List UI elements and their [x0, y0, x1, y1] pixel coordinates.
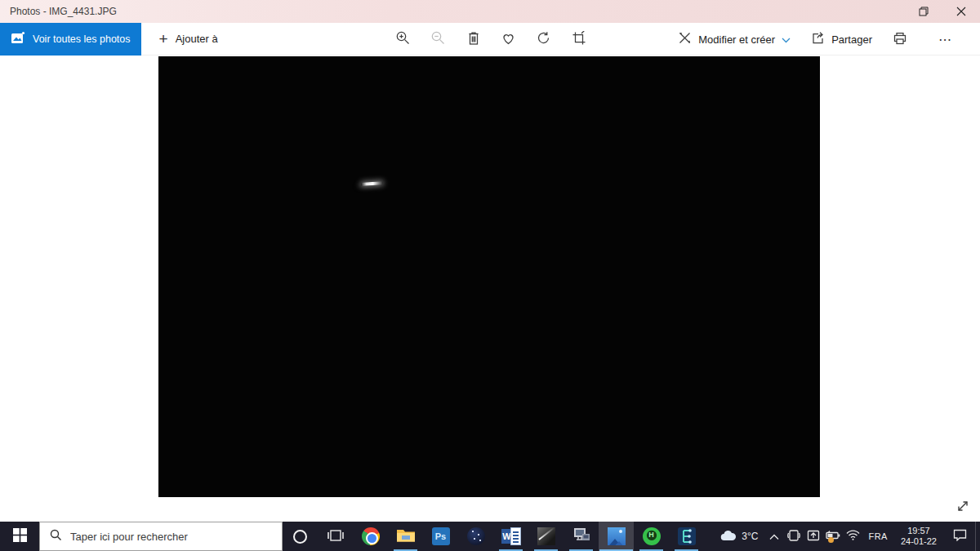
taskbar-item-comet-image[interactable] [528, 522, 564, 551]
photo-viewer-area [0, 56, 980, 522]
window-title: Photos - IMG_4431.JPG [0, 6, 117, 17]
crop-icon [572, 31, 586, 48]
file-explorer-icon [396, 527, 416, 546]
favorite-button[interactable] [491, 23, 526, 56]
photo-collection-icon [11, 31, 25, 47]
more-options-button[interactable]: ⋯ [917, 23, 973, 56]
start-button[interactable] [0, 522, 39, 551]
toolbar-right: Modifier et créer Partager ⋯ [668, 23, 973, 56]
delete-button[interactable] [456, 23, 491, 56]
pc-monitor-icon [572, 527, 591, 547]
photos-app-window: Photos - IMG_4431.JPG Voir toutes les ph… [0, 0, 980, 551]
share-icon [810, 31, 825, 47]
chevron-up-icon [769, 531, 779, 543]
rotate-icon [536, 30, 551, 48]
photoshop-icon: Ps [432, 527, 450, 545]
night-sky-app-icon [467, 527, 485, 545]
show-desktop-button[interactable] [975, 522, 980, 551]
wifi-icon [846, 530, 860, 543]
taskbar-item-night-sky-app[interactable] [458, 522, 493, 551]
sync-icon [807, 529, 820, 544]
taskbar-item-pc-monitor[interactable] [564, 522, 599, 551]
edit-create-button[interactable]: Modifier et créer [668, 23, 800, 56]
rotate-button[interactable] [526, 23, 561, 56]
zoom-out-button [421, 23, 456, 56]
tray-sync[interactable] [804, 522, 823, 551]
weather-widget[interactable]: 3°C [714, 522, 764, 551]
window-controls [905, 0, 980, 23]
video-editor-icon [678, 527, 696, 545]
photos-app-icon [608, 527, 626, 545]
photo-canvas[interactable] [158, 56, 820, 497]
task-view-icon [327, 529, 344, 544]
language-indicator[interactable]: FRA [862, 522, 893, 551]
rotation-lock-icon [787, 529, 800, 544]
taskbar-search[interactable] [39, 522, 283, 551]
print-icon [893, 31, 907, 48]
toolbar-center-icons [385, 23, 596, 56]
taskbar-item-cortana[interactable] [283, 522, 318, 551]
taskbar-item-file-explorer[interactable] [388, 522, 423, 551]
taskbar-clock[interactable]: 19:57 24-01-22 [893, 522, 944, 551]
word-icon: W [501, 527, 521, 545]
plus-icon: + [159, 31, 168, 47]
taskbar-item-video-editor[interactable] [669, 522, 704, 551]
delete-icon [466, 30, 481, 48]
action-center-button[interactable] [944, 522, 975, 551]
taskbar-item-green-player[interactable] [634, 522, 669, 551]
chevron-down-icon [782, 33, 791, 46]
taskbar-item-word[interactable]: W [493, 522, 528, 551]
crop-button[interactable] [561, 23, 596, 56]
titlebar: Photos - IMG_4431.JPG [0, 0, 980, 23]
search-input[interactable] [70, 531, 282, 543]
favorite-icon [501, 31, 516, 48]
view-all-photos-button[interactable]: Voir toutes les photos [0, 23, 141, 56]
tray-overflow-button[interactable] [764, 522, 784, 551]
zoom-in-button[interactable] [385, 23, 421, 56]
close-icon [956, 7, 966, 16]
taskbar-item-photoshop[interactable]: Ps [423, 522, 458, 551]
temperature-label: 3°C [742, 531, 758, 542]
add-to-label: Ajouter à [176, 33, 218, 45]
chrome-icon [362, 527, 380, 545]
tray-wifi[interactable] [843, 522, 862, 551]
comet-image-icon [537, 527, 555, 545]
start-icon [13, 528, 27, 544]
close-button[interactable] [942, 0, 980, 23]
edit-create-icon [678, 31, 692, 47]
action-center-icon [953, 529, 967, 544]
restore-icon [919, 7, 929, 16]
zoom-in-icon [395, 30, 411, 48]
system-tray: 3°C [714, 522, 980, 551]
add-to-button[interactable]: + Ajouter à [151, 23, 226, 56]
weather-cloud-icon [720, 530, 737, 544]
share-label: Partager [831, 33, 872, 46]
search-icon [50, 529, 62, 544]
cortana-icon [293, 530, 307, 544]
edit-create-label: Modifier et créer [698, 33, 775, 46]
share-button[interactable]: Partager [800, 23, 882, 56]
taskbar-item-chrome[interactable] [353, 522, 388, 551]
sync-badge [828, 537, 834, 543]
toolbar: Voir toutes les photos + Ajouter à [0, 23, 980, 56]
view-all-photos-label: Voir toutes les photos [33, 33, 131, 45]
taskbar-item-task-view[interactable] [318, 522, 353, 551]
clock-date: 24-01-22 [901, 536, 937, 547]
fullscreen-icon [956, 499, 970, 516]
fullscreen-button[interactable] [951, 495, 975, 519]
clock-time: 19:57 [907, 526, 930, 536]
taskbar: Ps W [0, 522, 980, 551]
more-icon: ⋯ [927, 32, 964, 47]
print-button[interactable] [882, 23, 917, 56]
zoom-out-icon [430, 30, 446, 48]
taskbar-item-photos[interactable] [599, 522, 634, 551]
tray-rotation-lock[interactable] [784, 522, 804, 551]
light-streak [361, 181, 383, 186]
green-player-icon [643, 527, 661, 545]
restore-button[interactable] [905, 0, 942, 23]
tray-battery[interactable] [823, 522, 843, 551]
